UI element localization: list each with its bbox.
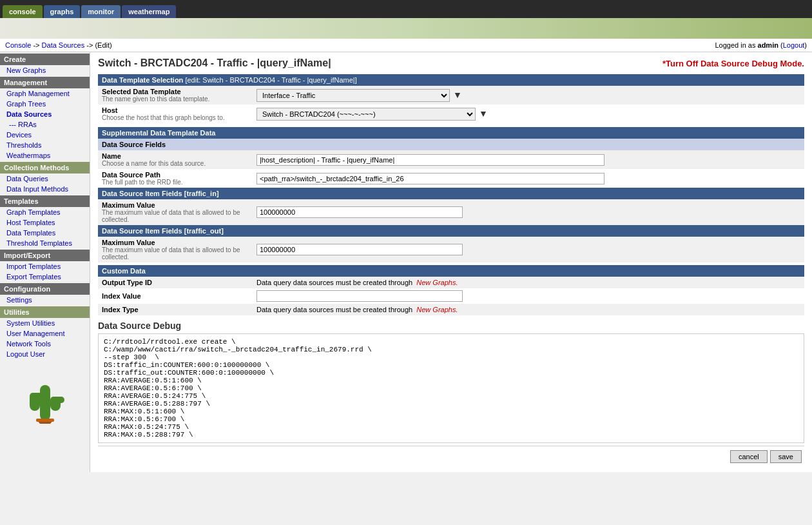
index-value-input[interactable] [256,290,463,302]
sidebar-utilities-header: Utilities [0,306,90,318]
nav-tab-graphs[interactable]: graphs [44,5,81,18]
sidebar-item-data-sources[interactable]: Data Sources [0,109,90,119]
path-row: Data Source Path The full path to the RR… [98,169,804,188]
output-type-value-cell: Data query data sources must be created … [253,277,804,288]
svg-rect-2 [30,393,44,399]
sidebar-item-user-management[interactable]: User Management [0,328,90,339]
traffic-in-table: Maximum Value The maximum value of data … [98,199,804,225]
sidebar-templates-header: Templates [0,195,90,207]
button-row: cancel save [98,446,804,467]
page-title: Switch - BRCTADC204 - Traffic - |query_i… [98,57,331,69]
data-template-selection-header: Data Template Selection [edit: Switch - … [98,74,804,86]
sidebar-item-data-input-methods[interactable]: Data Input Methods [0,184,90,194]
index-type-label-cell: Index Type [98,304,253,315]
main-content: Switch - BRCTADC204 - Traffic - |query_i… [90,52,812,472]
name-row: Name Choose a name for this data source. [98,150,804,169]
traffic-in-header: Data Source Item Fields [traffic_in] [98,188,804,199]
cactus-logo [0,359,90,438]
sidebar-management-header: Management [0,77,90,88]
name-desc: Choose a name for this data source. [102,160,249,167]
sidebar-item-devices[interactable]: Devices [0,130,90,140]
index-type-value-cell: Data query data sources must be created … [253,304,804,315]
max-value-in-label: Maximum Value [102,201,249,209]
path-label: Data Source Path [102,171,249,179]
sidebar-item-export-templates[interactable]: Export Templates [0,272,90,282]
path-desc: The full path to the RRD file. [102,179,249,186]
ds-fields-header: Data Source Fields [98,139,804,150]
nav-tab-monitor[interactable]: monitor [81,5,121,18]
login-info: Logged in as admin (Logout) [715,41,807,49]
page-title-row: Switch - BRCTADC204 - Traffic - |query_i… [98,57,804,69]
name-input-cell [253,150,804,169]
max-value-out-label: Maximum Value [102,239,249,246]
name-input[interactable] [256,154,604,166]
nav-tab-console[interactable]: console [3,5,43,18]
svg-rect-0 [40,385,50,421]
name-label: Name [102,152,249,160]
sidebar-item-data-queries[interactable]: Data Queries [0,173,90,184]
path-input[interactable] [256,173,604,184]
max-value-out-input[interactable] [256,244,463,255]
debug-content-box: C:/rrdtool/rrdtool.exe create \ C:/wamp/… [98,333,804,443]
path-input-cell [253,169,804,188]
selected-template-label-cell: Selected Data Template The name given to… [98,86,253,104]
save-button[interactable]: save [770,450,802,463]
index-type-label: Index Type [102,306,249,313]
nav-tab-weathermap[interactable]: weathermap [122,5,176,18]
debug-mode-label[interactable]: *Turn Off Data Source Debug Mode. [662,59,804,68]
breadcrumb-console[interactable]: Console [5,41,31,49]
debug-section-title: Data Source Debug [98,321,804,331]
output-type-label-cell: Output Type ID [98,277,253,288]
sidebar-item-host-templates[interactable]: Host Templates [0,217,90,228]
sidebar-item-logout-user[interactable]: Logout User [0,349,90,359]
host-row: Host Choose the host that this graph bel… [98,104,804,123]
host-input-cell: Switch - BRCTADC204 (~~~-~-~~~) ▼ [253,104,804,123]
selected-template-input-cell: Interface - Traffic ▼ [253,86,804,104]
selected-template-select[interactable]: Interface - Traffic [256,89,450,102]
sidebar-item-new-graphs[interactable]: New Graphs [0,65,90,75]
max-value-out-row: Maximum Value The maximum value of data … [98,237,804,262]
sidebar-item-thresholds[interactable]: Thresholds [0,140,90,150]
max-value-in-row: Maximum Value The maximum value of data … [98,199,804,225]
path-label-cell: Data Source Path The full path to the RR… [98,169,253,188]
max-value-in-desc: The maximum value of data that is allowe… [102,209,249,223]
top-nav: console graphs monitor weathermap [0,0,812,18]
svg-rect-4 [50,397,64,403]
header-banner [0,18,812,39]
sidebar-item-system-utilities[interactable]: System Utilities [0,318,90,328]
logout-link[interactable]: Logout [783,41,805,49]
host-select[interactable]: Switch - BRCTADC204 (~~~-~-~~~) [256,108,476,121]
svg-rect-6 [36,419,54,422]
sidebar-item-weathermaps[interactable]: Weathermaps [0,150,90,161]
index-type-row: Index Type Data query data sources must … [98,304,804,315]
traffic-out-header: Data Source Item Fields [traffic_out] [98,225,804,237]
index-value-label-cell: Index Value [98,288,253,304]
index-type-new-graphs-link[interactable]: New Graphs. [416,306,458,313]
output-type-label: Output Type ID [102,279,249,286]
sidebar-item-network-tools[interactable]: Network Tools [0,339,90,349]
sidebar-item-graph-trees[interactable]: Graph Trees [0,99,90,109]
output-type-new-graphs-link[interactable]: New Graphs. [416,279,458,286]
traffic-out-table: Maximum Value The maximum value of data … [98,237,804,262]
sidebar-item-rras[interactable]: --- RRAs [0,119,90,130]
layout: Create New Graphs Management Graph Manag… [0,52,812,472]
max-value-in-input[interactable] [256,206,463,218]
sidebar-item-import-templates[interactable]: Import Templates [0,261,90,272]
cancel-button[interactable]: cancel [730,450,768,463]
supplemental-header: Supplemental Data Template Data [98,127,804,139]
sidebar-item-graph-templates[interactable]: Graph Templates [0,207,90,217]
sidebar-configuration-header: Configuration [0,283,90,295]
sidebar-item-data-templates[interactable]: Data Templates [0,228,90,238]
sidebar: Create New Graphs Management Graph Manag… [0,52,90,472]
selected-template-label: Selected Data Template [102,88,249,95]
host-label: Host [102,106,249,114]
sidebar-item-graph-management[interactable]: Graph Management [0,88,90,99]
custom-data-table: Output Type ID Data query data sources m… [98,277,804,315]
selected-template-row: Selected Data Template The name given to… [98,86,804,104]
custom-data-header: Custom Data [98,265,804,277]
sidebar-item-threshold-templates[interactable]: Threshold Templates [0,238,90,248]
breadcrumb-data-sources[interactable]: Data Sources [42,41,85,49]
username: admin [758,41,778,49]
sidebar-item-settings[interactable]: Settings [0,295,90,305]
sidebar-import-export-header: Import/Export [0,250,90,261]
